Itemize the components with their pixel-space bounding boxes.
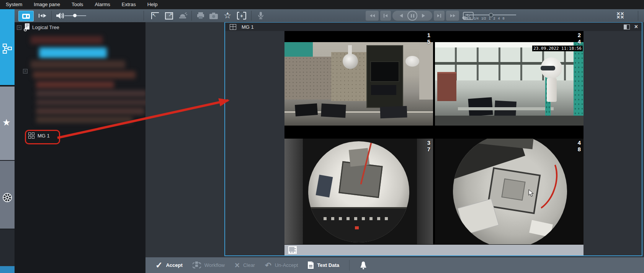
playback-center-group (392, 11, 432, 21)
undo-icon: ↶ (265, 262, 271, 269)
tree-collapse-toggle[interactable]: - (17, 25, 21, 30)
annotation-red-box (25, 130, 60, 144)
play-backward-button[interactable] (400, 14, 403, 18)
operator-client-window: System Image pane Tools Alarms Extras He… (0, 0, 644, 273)
tree-row-redacted[interactable] (31, 60, 125, 69)
workflow-label: Workflow (204, 262, 225, 268)
camera-number: 8 (578, 146, 581, 152)
tree-row-redacted[interactable] (36, 99, 155, 106)
fast-forward-button[interactable] (446, 11, 459, 21)
playback-mode-button[interactable] (35, 11, 50, 21)
image-window-title: MG 1 (242, 24, 254, 30)
speed-slider[interactable] (465, 15, 516, 15)
tree-row-redacted[interactable] (36, 108, 145, 114)
menu-extras[interactable]: Extras (116, 0, 142, 9)
workflow-button[interactable]: Workflow (193, 261, 225, 270)
teal-cabinet (284, 42, 313, 57)
clear-button[interactable]: × Clear (235, 262, 255, 269)
camera-grid: 1 5 (284, 31, 584, 245)
sidebar-tree-icon[interactable] (3, 44, 12, 54)
tree-row-redacted[interactable] (36, 81, 114, 88)
image-window-mg1: MG 1 × (224, 22, 642, 256)
camera-number: 4 (578, 38, 581, 45)
unaccept-button[interactable]: ↶ Un-Accept (265, 262, 298, 269)
fisheye-view (308, 141, 409, 242)
unaccept-label: Un-Accept (275, 262, 298, 268)
speed-tick-labels: 1/81/41/21248 (466, 16, 528, 20)
tree-panel-title: Logical Tree (32, 25, 59, 30)
tree-row-redacted[interactable] (36, 116, 132, 123)
pane-number: 1 (427, 32, 430, 38)
menu-help[interactable]: Help (142, 0, 163, 9)
maximize-pane-icon[interactable]: ↗ (163, 11, 175, 21)
mouse-cursor-icon (528, 189, 534, 197)
alarm-toolbar: ✓ Accept Workflow × Clear ↶ Un-Accept (145, 257, 644, 273)
text-data-label: Text Data (317, 262, 339, 268)
snapshot-icon[interactable] (208, 11, 220, 21)
accept-label: Accept (166, 262, 182, 268)
print-icon[interactable] (195, 11, 207, 21)
pause-button[interactable] (407, 11, 417, 21)
text-data-icon (308, 262, 314, 269)
close-all-panes-icon[interactable]: ✕✕✕✕ (613, 11, 628, 21)
rewind-button[interactable] (366, 11, 379, 21)
logical-tree-icon (24, 23, 31, 31)
fisheye-view (453, 139, 567, 244)
alarm-bell-button[interactable] (360, 261, 367, 270)
previous-frame-button[interactable] (380, 11, 391, 21)
camera-pane-3[interactable]: 3 7 (284, 139, 433, 244)
sidebar-section-bottom (0, 229, 15, 267)
tree-row-selected-redacted[interactable] (39, 47, 107, 58)
live-mode-icon (22, 14, 30, 19)
play-button[interactable] (422, 14, 425, 18)
add-bookmark-icon[interactable]: + (235, 11, 248, 21)
image-window-icon (230, 24, 236, 30)
sidebar-bottom-accent (0, 266, 15, 273)
camera-pane-4[interactable]: 4 8 (435, 139, 584, 244)
pane-number: 2 (578, 32, 581, 38)
clear-label: Clear (243, 262, 255, 268)
camera-pane-2[interactable]: 2 4 23.09.2022 11:18:56 (435, 31, 584, 137)
menu-tools[interactable]: Tools (66, 0, 89, 9)
teal-rack (574, 42, 584, 126)
timestamp-overlay: 23.09.2022 11:18:56 (532, 46, 583, 51)
tree-row-redacted[interactable] (33, 71, 136, 78)
menu-alarms[interactable]: Alarms (89, 0, 116, 9)
ptz-dome-camera (343, 54, 358, 69)
bell-icon (360, 261, 367, 270)
image-window-header[interactable]: MG 1 × (225, 23, 642, 31)
red-cabinet (437, 72, 456, 101)
favorite-star-icon[interactable]: ☆+ (221, 11, 234, 21)
alarm-icon[interactable] (177, 11, 189, 21)
logical-tree-panel: - Logical Tree - MG 1 (15, 22, 145, 273)
pane-layout-bar (284, 245, 584, 255)
main-toolbar: ↖ ↗ (15, 9, 644, 22)
live-mode-button[interactable] (18, 11, 34, 21)
dome-camera (405, 56, 419, 67)
workflow-icon (193, 261, 201, 270)
accept-button[interactable]: ✓ Accept (155, 262, 183, 269)
text-data-button[interactable]: Text Data (308, 262, 339, 269)
restore-panes-icon[interactable]: ↖ (149, 11, 161, 21)
volume-slider-handle[interactable] (73, 14, 77, 17)
compass-icon[interactable] (2, 193, 12, 203)
pane-number: 3 (427, 139, 430, 146)
camera-number: 7 (427, 146, 430, 152)
volume-slider[interactable] (65, 15, 86, 16)
tree-row-redacted[interactable] (31, 36, 103, 44)
menu-system[interactable]: System (0, 0, 28, 9)
check-icon: ✓ (155, 262, 162, 269)
pane-number: 4 (578, 139, 581, 146)
menu-image-pane[interactable]: Image pane (28, 0, 66, 9)
camera-number: 5 (427, 38, 430, 45)
window-close-icon[interactable]: × (634, 24, 638, 29)
clear-icon: × (235, 262, 240, 269)
tree-row-redacted[interactable] (36, 90, 147, 97)
camera-pane-1[interactable]: 1 5 (284, 31, 433, 137)
star-icon[interactable]: ★ (2, 117, 11, 128)
microphone-icon[interactable] (255, 11, 266, 21)
tree-expander[interactable]: - (23, 69, 28, 74)
window-layout-icon[interactable] (624, 25, 630, 29)
layout-grid-icon[interactable] (288, 246, 297, 254)
next-frame-button[interactable] (434, 11, 445, 21)
